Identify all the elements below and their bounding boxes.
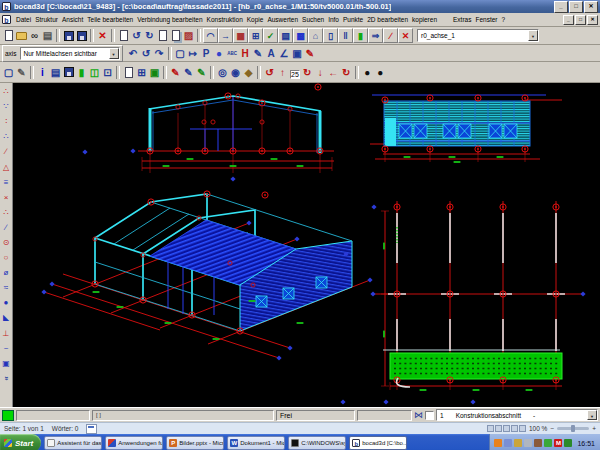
- zoom-in-icon[interactable]: ◉: [229, 65, 242, 79]
- spellcheck-icon[interactable]: [86, 424, 97, 434]
- search-icon[interactable]: ∞: [28, 29, 41, 43]
- check-tool-icon[interactable]: ✓: [263, 28, 278, 43]
- zoom-out-control[interactable]: −: [550, 425, 554, 432]
- rotate-left-icon[interactable]: ↺: [263, 65, 276, 79]
- section-checkbox[interactable]: [425, 411, 434, 420]
- menu-item-kopie[interactable]: Kopie: [245, 16, 266, 23]
- snap-perpendicular-icon[interactable]: ⊥: [1, 326, 12, 341]
- tray-display-icon[interactable]: [504, 439, 512, 447]
- rotate-ccw-icon[interactable]: ↺: [130, 29, 143, 43]
- menu-item-datei[interactable]: Datei: [14, 16, 33, 23]
- snap-sphere-icon[interactable]: ●: [1, 295, 12, 310]
- menu-item-konstruktion[interactable]: Konstruktion: [205, 16, 245, 23]
- snap-triangle-icon[interactable]: △: [1, 159, 12, 174]
- snap-ellipse-icon[interactable]: ø: [1, 265, 12, 280]
- slash-tool-icon[interactable]: ∕: [383, 28, 398, 43]
- snap-zigzag-icon[interactable]: ~: [1, 341, 12, 356]
- task-anwendungen[interactable]: Anwendungen fu...: [105, 436, 163, 450]
- hatch-icon[interactable]: ▨: [182, 29, 195, 43]
- rotation-angle-input[interactable]: 25: [290, 70, 300, 79]
- move-point-icon[interactable]: ↦: [187, 46, 200, 60]
- menu-item-2d-bearbeiten[interactable]: 2D bearbeiten: [365, 16, 410, 23]
- menu-item-ansicht[interactable]: Ansicht: [60, 16, 85, 23]
- pick-pen-icon[interactable]: ✎: [304, 46, 317, 60]
- panel-tool-icon[interactable]: ▩: [293, 28, 308, 43]
- sketch-icon[interactable]: ✎: [252, 46, 265, 60]
- mdi-restore-button[interactable]: □: [575, 15, 586, 25]
- view-frame-icon[interactable]: ▢: [2, 65, 15, 79]
- lock-icon[interactable]: ▮: [353, 28, 368, 43]
- sheet-icon[interactable]: [117, 29, 130, 43]
- sheet-copy-icon[interactable]: [156, 29, 169, 43]
- grid-tool-icon[interactable]: ▦: [233, 28, 248, 43]
- rotation-angle-input[interactable]: 25: [289, 63, 301, 81]
- menu-item-verbindung-bearbeiten[interactable]: Verbindung bearbeiten: [135, 16, 204, 23]
- word-word-count[interactable]: Wörter: 0: [52, 425, 79, 432]
- columns-tool-icon[interactable]: ‖: [338, 28, 353, 43]
- snap-wave-icon[interactable]: ≈: [1, 280, 12, 295]
- save-all-icon[interactable]: [75, 29, 88, 43]
- snap-divide-icon[interactable]: ∴: [1, 129, 12, 144]
- minimize-button[interactable]: _: [554, 1, 568, 13]
- mdi-minimize-button[interactable]: _: [563, 15, 574, 25]
- register-icon[interactable]: ▤: [49, 65, 62, 79]
- explode-alt-icon[interactable]: ●: [374, 65, 387, 79]
- close-button[interactable]: ✕: [584, 1, 598, 13]
- cad-viewport[interactable]: [13, 83, 600, 407]
- axis-selector-combo[interactable]: r0_achse_1: [417, 29, 539, 42]
- rotate-down-icon[interactable]: ↓: [314, 65, 327, 79]
- section-combo[interactable]: 1 Konstruktionsabschnitt -: [436, 409, 598, 421]
- pencil-blue-icon[interactable]: ✎: [182, 65, 195, 79]
- rotate-up-icon[interactable]: ↑: [276, 65, 289, 79]
- rotate-view-icon[interactable]: ↻: [340, 65, 353, 79]
- pencil-red-icon[interactable]: ✎: [169, 65, 182, 79]
- building-tool-icon[interactable]: ⌂: [308, 28, 323, 43]
- label-a-icon[interactable]: A: [265, 46, 278, 60]
- word-page-info[interactable]: Seite: 1 von 1: [4, 425, 44, 432]
- select-box-icon[interactable]: ▢: [174, 46, 187, 60]
- menu-item-extras[interactable]: Extras: [451, 16, 473, 23]
- disk-green-icon[interactable]: ◫: [88, 65, 101, 79]
- snap-points-row-icon[interactable]: ≡: [1, 175, 12, 190]
- menu-item-kopieren[interactable]: kopieren: [410, 16, 439, 23]
- task-word[interactable]: WDokument1 - Micr...: [227, 436, 285, 450]
- save-view-icon[interactable]: [62, 65, 75, 79]
- pencil-green-icon[interactable]: ✎: [195, 65, 208, 79]
- print-icon[interactable]: ▤: [41, 29, 54, 43]
- tray-shield-icon[interactable]: [564, 439, 572, 447]
- move-tool-icon[interactable]: →: [218, 28, 233, 43]
- lock-view-icon[interactable]: ▮: [75, 65, 88, 79]
- pan-icon[interactable]: ◆: [242, 65, 255, 79]
- snap-diagonal-icon[interactable]: ∕: [1, 220, 12, 235]
- arc-tool-icon[interactable]: ◠: [203, 28, 218, 43]
- snap-circle-icon[interactable]: ○: [1, 250, 12, 265]
- rotate-cw-red-icon[interactable]: ↻: [301, 65, 314, 79]
- dimension-icon[interactable]: H: [239, 46, 252, 60]
- menu-item-[interactable]: ?: [499, 16, 507, 23]
- menu-item-info[interactable]: Info: [326, 16, 341, 23]
- maximize-button[interactable]: □: [569, 1, 583, 13]
- outline-view-icon[interactable]: [511, 425, 518, 432]
- word-zoom-level[interactable]: 100 %: [529, 425, 547, 432]
- zoom-in-control[interactable]: +: [592, 425, 596, 432]
- probe-icon[interactable]: ✎: [15, 65, 28, 79]
- print-layout-view-icon[interactable]: [487, 425, 494, 432]
- more-snaps-chevron-icon[interactable]: »: [1, 371, 12, 386]
- task-powerpoint[interactable]: PBilder.pptx - Micr...: [166, 436, 224, 450]
- tray-gray-icon[interactable]: [524, 439, 532, 447]
- snap-point-icon[interactable]: ∴: [1, 84, 12, 99]
- sheet-blue-icon[interactable]: [122, 65, 135, 79]
- sheet-tool-icon[interactable]: ▯: [323, 28, 338, 43]
- mdi-close-button[interactable]: ✕: [587, 15, 598, 25]
- close-tool-icon[interactable]: ✕: [398, 28, 413, 43]
- sheet-stack-icon[interactable]: [169, 29, 182, 43]
- menu-item-suchen[interactable]: Suchen: [300, 16, 326, 23]
- snap-line-icon[interactable]: ∕: [1, 144, 12, 159]
- snap-box-icon[interactable]: ▣: [1, 356, 12, 371]
- draft-view-icon[interactable]: [519, 425, 526, 432]
- menu-item-auswerten[interactable]: Auswerten: [265, 16, 300, 23]
- rotate-cw-icon[interactable]: ↻: [143, 29, 156, 43]
- snap-corner-icon[interactable]: ◣: [1, 310, 12, 325]
- redo-icon[interactable]: ↷: [153, 46, 166, 60]
- snap-scatter-icon[interactable]: ∴: [1, 205, 12, 220]
